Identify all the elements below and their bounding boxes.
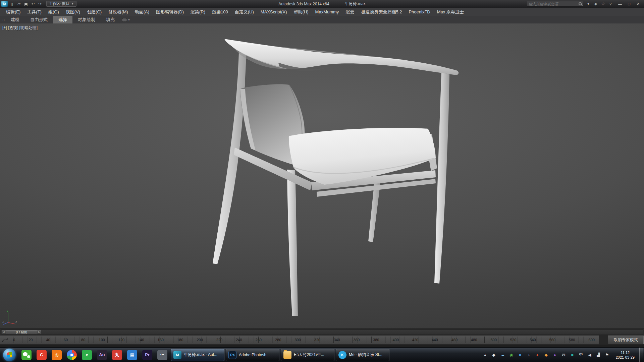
current-frame-label[interactable]: 0 / 600: [6, 330, 37, 334]
maximize-button[interactable]: □: [625, 1, 634, 7]
taskbar-task-button[interactable]: K Me - 酷狗音乐 St...: [336, 349, 389, 361]
network-icon[interactable]: ▟: [596, 352, 601, 358]
app-menu-icon[interactable]: M: [1, 1, 8, 7]
ribbon-minimize-button[interactable]: ▾: [120, 16, 131, 23]
favorites-icon[interactable]: ✩: [600, 1, 606, 7]
help-icon[interactable]: ?: [607, 1, 613, 7]
volume-icon[interactable]: ◀: [587, 352, 593, 358]
audition-icon[interactable]: Au: [97, 350, 107, 360]
tray-app-icon[interactable]: ■: [517, 352, 523, 358]
ribbon-tab[interactable]: 选择: [53, 16, 72, 23]
mini-curve-editor-icon[interactable]: [2, 338, 9, 342]
orange-app-icon[interactable]: ◎: [52, 350, 62, 360]
ribbon-grip-icon[interactable]: ∷: [1, 16, 5, 23]
menu-item[interactable]: 渲染(R): [187, 8, 209, 16]
tray-cloud-icon[interactable]: ☁: [500, 352, 505, 358]
open-file-icon[interactable]: ▱: [16, 1, 22, 7]
menu-item[interactable]: Max 杀毒卫士: [434, 8, 467, 16]
menu-item[interactable]: 自定义(U): [231, 8, 257, 16]
ruler-tick-label: 200: [197, 338, 203, 342]
ruler-tick-label: 140: [138, 338, 144, 342]
minimize-button[interactable]: —: [615, 1, 625, 7]
world-axis-gizmo: y x z: [2, 308, 17, 325]
tray-app-icon[interactable]: ◆: [491, 352, 497, 358]
next-frame-button[interactable]: >: [37, 330, 41, 334]
ruler-tick-label: 320: [314, 338, 320, 342]
taskbar-task-button[interactable]: M 牛角椅.max - Aut...: [171, 349, 224, 361]
menu-item[interactable]: 编辑(E): [3, 8, 24, 16]
ribbon-tab[interactable]: 对象绘制: [72, 16, 101, 23]
viewport-menu-token[interactable]: +: [2, 25, 7, 31]
ruler-tick-label: 100: [99, 338, 105, 342]
menu-item[interactable]: 帮助(H): [290, 8, 312, 16]
previous-frame-button[interactable]: <: [2, 330, 6, 334]
ruler-tick-label: 300: [294, 338, 301, 342]
menu-item[interactable]: 修改器(M): [105, 8, 131, 16]
gray-app-icon[interactable]: ⋯: [157, 350, 167, 360]
window-title-app: Autodesk 3ds Max 2014 x64: [278, 2, 329, 6]
ribbon-tab[interactable]: 填充: [101, 16, 120, 23]
wechat-icon[interactable]: [21, 350, 32, 360]
menu-item[interactable]: 工具(T): [24, 8, 45, 16]
ribbon-tab[interactable]: 自由形式: [25, 16, 53, 23]
wan-app-icon[interactable]: 丸: [112, 350, 122, 360]
cancel-expert-mode-button[interactable]: 取消专家模式: [608, 336, 644, 344]
communication-center-icon[interactable]: ◈: [593, 1, 599, 7]
svg-text:y: y: [7, 309, 8, 312]
close-button[interactable]: ✕: [634, 1, 643, 7]
start-button[interactable]: [3, 349, 16, 361]
tray-app-icon[interactable]: ◆: [543, 352, 549, 358]
red-browser-icon[interactable]: C: [37, 350, 47, 360]
perspective-viewport[interactable]: +透视明暗处理: [0, 23, 644, 328]
tray-shield-icon[interactable]: ◉: [508, 352, 514, 358]
ribbon-tab[interactable]: 建模: [5, 16, 25, 23]
menu-item[interactable]: 渲云: [342, 8, 358, 16]
ime-icon[interactable]: 中: [578, 352, 584, 358]
task-label: Me - 酷狗音乐 St...: [349, 352, 382, 358]
search-icon[interactable]: [579, 2, 582, 5]
viewport-menu-token[interactable]: 透视: [8, 25, 18, 31]
notification-flag-icon[interactable]: ⚑: [604, 352, 610, 358]
redo-icon[interactable]: ↷: [37, 1, 43, 7]
menu-item[interactable]: PhoenixFD: [405, 8, 433, 16]
time-slider-handle[interactable]: < 0 / 600 >: [2, 330, 41, 334]
save-file-icon[interactable]: ▣: [23, 1, 29, 7]
menu-item[interactable]: 创建(C): [84, 8, 105, 16]
menu-item[interactable]: 视图(V): [62, 8, 84, 16]
track-bar[interactable]: 0204060801001201401601802002202402602803…: [0, 335, 599, 345]
title-bar: M ▯▱▣↶↷ 工作区: 默认 ▼ Autodesk 3ds Max 2014 …: [0, 0, 644, 8]
ruler-tick-label: 260: [256, 338, 262, 342]
search-input[interactable]: [529, 2, 579, 6]
premiere-icon[interactable]: Pr: [142, 350, 152, 360]
taskbar-clock[interactable]: 11:12 2021-03-29: [613, 350, 637, 360]
show-desktop-button[interactable]: [639, 348, 643, 362]
workspace-dropdown[interactable]: 工作区: 默认 ▼: [46, 1, 76, 7]
ruler-tick-label: 80: [81, 338, 85, 342]
tray-music-icon[interactable]: ♪: [526, 352, 532, 358]
menu-item[interactable]: MaxMummy: [312, 8, 342, 16]
new-scene-icon[interactable]: ▯: [9, 1, 15, 7]
time-slider-track[interactable]: < 0 / 600 >: [1, 329, 643, 335]
menu-item[interactable]: MAXScript(X): [257, 8, 290, 16]
tray-expand-icon[interactable]: ▲: [482, 352, 488, 358]
tray-app-icon[interactable]: ■: [570, 352, 575, 358]
menu-item[interactable]: 极速瘦身安全归档5.2: [358, 8, 405, 16]
windows-logo-icon: [7, 352, 12, 358]
menu-item[interactable]: 动画(A): [131, 8, 153, 16]
taskbar-task-button[interactable]: Ps Adobe Photosh...: [226, 349, 279, 361]
blue-app-icon[interactable]: ▦: [127, 350, 137, 360]
undo-icon[interactable]: ↶: [30, 1, 36, 7]
tray-app-icon[interactable]: ●: [552, 352, 558, 358]
clock-time: 11:12: [621, 350, 630, 355]
search-options-icon[interactable]: ▾: [585, 1, 591, 7]
menu-item[interactable]: 组(G): [45, 8, 62, 16]
tray-app-icon[interactable]: ●: [535, 352, 540, 358]
viewport-menu-token[interactable]: 明暗处理: [19, 25, 38, 31]
menu-item[interactable]: 图形编辑器(D): [153, 8, 187, 16]
taskbar-task-button[interactable]: E:\天竹2021\牛...: [281, 349, 334, 361]
green-browser-icon[interactable]: e: [82, 350, 92, 360]
tray-mail-icon[interactable]: ✉: [561, 352, 567, 358]
chrome-icon[interactable]: [67, 350, 77, 360]
task-app-icon: K: [338, 351, 346, 359]
menu-item[interactable]: 渲染100: [209, 8, 231, 16]
